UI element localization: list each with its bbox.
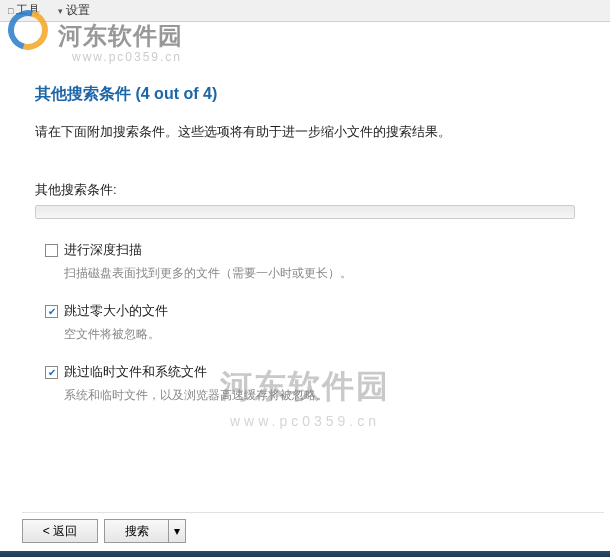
menubar: □ 工具 ▾ 设置 [0,0,610,22]
progress-bar [35,205,575,219]
search-button[interactable]: 搜索 [104,519,168,543]
option-skip-temp-desc: 系统和临时文件，以及浏览器高速缓存将被忽略。 [64,387,575,404]
option-skip-temp-label: 跳过临时文件和系统文件 [64,363,207,381]
watermark-logo [8,10,58,55]
option-deep-scan-desc: 扫描磁盘表面找到更多的文件（需要一小时或更长）。 [64,265,575,282]
taskbar-edge [0,551,610,557]
option-deep-scan-label: 进行深度扫描 [64,241,142,259]
option-skip-temp: 跳过临时文件和系统文件 系统和临时文件，以及浏览器高速缓存将被忽略。 [45,363,575,404]
search-dropdown-button[interactable]: ▾ [168,519,186,543]
menu-settings[interactable]: ▾ 设置 [58,2,90,19]
page-subtitle: 请在下面附加搜索条件。这些选项将有助于进一步缩小文件的搜索结果。 [35,123,575,141]
search-split-button: 搜索 ▾ [104,519,186,543]
menu-settings-label: 设置 [66,2,90,19]
button-bar: < 返回 搜索 ▾ [22,519,186,543]
option-skip-zero: 跳过零大小的文件 空文件将被忽略。 [45,302,575,343]
watermark-center-url: www.pc0359.cn [220,413,390,429]
back-button[interactable]: < 返回 [22,519,98,543]
checkbox-skip-temp[interactable] [45,366,58,379]
watermark-site-name: 河东软件园 [58,20,183,52]
option-skip-zero-label: 跳过零大小的文件 [64,302,168,320]
dropdown-icon: ▾ [58,6,63,16]
chevron-down-icon: ▾ [174,524,180,538]
option-deep-scan: 进行深度扫描 扫描磁盘表面找到更多的文件（需要一小时或更长）。 [45,241,575,282]
checkbox-skip-zero[interactable] [45,305,58,318]
page-title: 其他搜索条件 (4 out of 4) [35,84,575,105]
content-area: 其他搜索条件 (4 out of 4) 请在下面附加搜索条件。这些选项将有助于进… [0,22,610,404]
watermark-site-url: www.pc0359.cn [72,50,182,64]
divider [22,512,604,513]
option-skip-zero-desc: 空文件将被忽略。 [64,326,575,343]
options-group: 进行深度扫描 扫描磁盘表面找到更多的文件（需要一小时或更长）。 跳过零大小的文件… [45,241,575,404]
checkbox-deep-scan[interactable] [45,244,58,257]
section-label: 其他搜索条件: [35,181,575,199]
